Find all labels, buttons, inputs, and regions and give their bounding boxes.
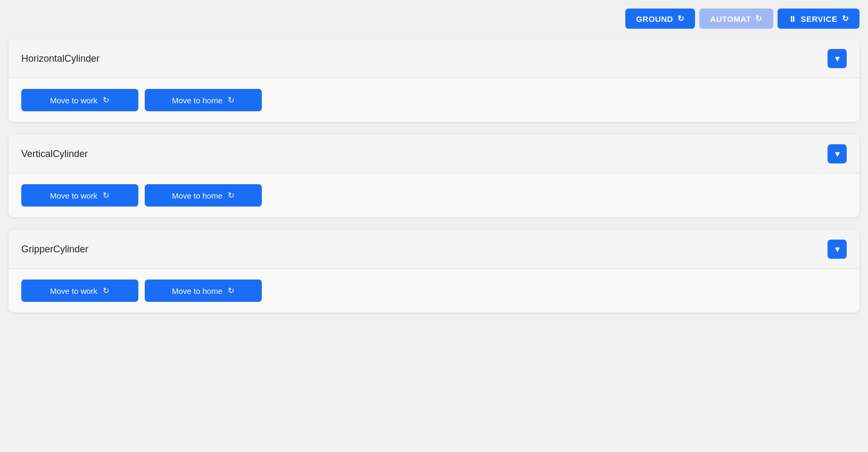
ground-refresh-icon: ↻ [677,14,685,23]
horizontal-cylinder-title: HorizontalCylinder [21,53,100,64]
horizontal-move-to-home-button[interactable]: Move to home ↻ [145,89,262,111]
horizontal-cylinder-button-row: Move to work ↻ Move to home ↻ [21,89,847,111]
vertical-cylinder-title: VerticalCylinder [21,149,88,160]
vertical-move-to-home-label: Move to home [172,191,222,200]
ground-button[interactable]: GROUND ↻ [625,9,695,29]
pause-icon: ⏸ [788,14,797,23]
automat-refresh-icon: ↻ [755,14,763,23]
chevron-down-icon [835,243,840,255]
automat-button[interactable]: AUTOMAT ↻ [699,9,773,29]
gripper-cylinder-expand-button[interactable] [828,240,847,259]
horizontal-cylinder-card: HorizontalCylinder Move to work ↻ Move t… [9,39,859,122]
ground-label: GROUND [636,14,673,23]
horizontal-move-to-home-refresh-icon: ↻ [228,95,235,105]
chevron-down-icon [835,148,840,160]
horizontal-move-to-home-label: Move to home [172,96,222,105]
vertical-cylinder-button-row: Move to work ↻ Move to home ↻ [21,184,847,207]
gripper-cylinder-title: GripperCylinder [21,244,88,255]
horizontal-move-to-work-label: Move to work [50,96,97,105]
gripper-cylinder-button-row: Move to work ↻ Move to home ↻ [21,280,847,302]
gripper-move-to-work-button[interactable]: Move to work ↻ [21,280,138,302]
horizontal-move-to-work-button[interactable]: Move to work ↻ [21,89,138,111]
gripper-move-to-work-label: Move to work [50,286,97,295]
vertical-move-to-home-refresh-icon: ↻ [228,191,235,200]
automat-label: AUTOMAT [710,14,751,23]
vertical-cylinder-expand-button[interactable] [828,144,847,163]
top-bar: GROUND ↻ AUTOMAT ↻ ⏸ SERVICE ↻ [9,9,859,29]
vertical-cylinder-body: Move to work ↻ Move to home ↻ [9,174,859,217]
gripper-cylinder-body: Move to work ↻ Move to home ↻ [9,269,859,313]
vertical-move-to-home-button[interactable]: Move to home ↻ [145,184,262,207]
horizontal-cylinder-expand-button[interactable] [828,49,847,68]
service-label: SERVICE [800,14,837,23]
vertical-move-to-work-refresh-icon: ↻ [103,191,110,200]
gripper-cylinder-card: GripperCylinder Move to work ↻ Move to h… [9,230,859,313]
gripper-cylinder-header: GripperCylinder [9,230,859,269]
chevron-down-icon [835,53,840,64]
vertical-cylinder-card: VerticalCylinder Move to work ↻ Move to … [9,135,859,217]
horizontal-cylinder-body: Move to work ↻ Move to home ↻ [9,78,859,122]
gripper-move-to-home-refresh-icon: ↻ [228,286,235,295]
vertical-move-to-work-button[interactable]: Move to work ↻ [21,184,138,207]
service-button[interactable]: ⏸ SERVICE ↻ [778,9,859,29]
vertical-move-to-work-label: Move to work [50,191,97,200]
service-refresh-icon: ↻ [842,14,849,23]
gripper-move-to-work-refresh-icon: ↻ [103,286,110,295]
horizontal-cylinder-header: HorizontalCylinder [9,39,859,78]
gripper-move-to-home-label: Move to home [172,286,222,295]
vertical-cylinder-header: VerticalCylinder [9,135,859,174]
gripper-move-to-home-button[interactable]: Move to home ↻ [145,280,262,302]
horizontal-move-to-work-refresh-icon: ↻ [103,95,110,105]
